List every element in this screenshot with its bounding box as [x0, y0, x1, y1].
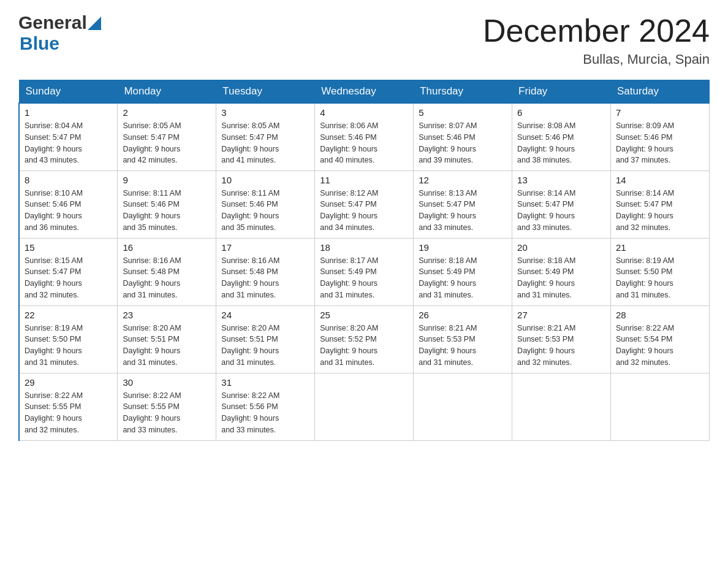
day-number: 16 [123, 242, 211, 253]
day-info: Sunrise: 8:16 AMSunset: 5:48 PMDaylight:… [221, 255, 309, 301]
day-info: Sunrise: 8:20 AMSunset: 5:51 PMDaylight:… [221, 323, 309, 369]
table-row [512, 373, 611, 440]
day-info: Sunrise: 8:09 AMSunset: 5:46 PMDaylight:… [616, 120, 704, 166]
table-row: 22 Sunrise: 8:19 AMSunset: 5:50 PMDaylig… [19, 305, 118, 373]
calendar-header-row: Sunday Monday Tuesday Wednesday Thursday… [19, 80, 710, 104]
day-number: 29 [25, 377, 112, 388]
day-number: 25 [320, 310, 408, 320]
day-number: 4 [320, 107, 408, 118]
logo: General Blue [18, 12, 102, 54]
day-info: Sunrise: 8:19 AMSunset: 5:50 PMDaylight:… [25, 323, 112, 369]
table-row: 27 Sunrise: 8:21 AMSunset: 5:53 PMDaylig… [512, 305, 611, 373]
day-info: Sunrise: 8:05 AMSunset: 5:47 PMDaylight:… [123, 120, 211, 166]
day-info: Sunrise: 8:22 AMSunset: 5:55 PMDaylight:… [123, 390, 211, 436]
day-number: 21 [616, 242, 704, 253]
location: Bullas, Murcia, Spain [483, 52, 710, 67]
table-row [315, 373, 414, 440]
table-row [414, 373, 512, 440]
col-sunday: Sunday [19, 80, 118, 104]
day-info: Sunrise: 8:11 AMSunset: 5:46 PMDaylight:… [123, 188, 211, 234]
day-number: 26 [419, 310, 507, 320]
logo-triangle-icon [88, 17, 101, 30]
day-info: Sunrise: 8:15 AMSunset: 5:47 PMDaylight:… [25, 255, 112, 301]
day-info: Sunrise: 8:05 AMSunset: 5:47 PMDaylight:… [221, 120, 309, 166]
table-row: 8 Sunrise: 8:10 AMSunset: 5:46 PMDayligh… [19, 170, 118, 238]
calendar-table: Sunday Monday Tuesday Wednesday Thursday… [18, 80, 710, 441]
day-info: Sunrise: 8:20 AMSunset: 5:52 PMDaylight:… [320, 323, 408, 369]
day-number: 3 [221, 107, 309, 118]
day-number: 9 [123, 175, 211, 185]
day-info: Sunrise: 8:21 AMSunset: 5:53 PMDaylight:… [517, 323, 605, 369]
table-row: 11 Sunrise: 8:12 AMSunset: 5:47 PMDaylig… [315, 170, 414, 238]
table-row: 30 Sunrise: 8:22 AMSunset: 5:55 PMDaylig… [118, 373, 216, 440]
page-header: General Blue December 2024 Bullas, Murci… [18, 12, 710, 67]
day-number: 20 [517, 242, 605, 253]
day-number: 15 [25, 242, 112, 253]
day-info: Sunrise: 8:21 AMSunset: 5:53 PMDaylight:… [419, 323, 507, 369]
table-row: 2 Sunrise: 8:05 AMSunset: 5:47 PMDayligh… [118, 103, 216, 170]
col-monday: Monday [118, 80, 216, 104]
day-info: Sunrise: 8:18 AMSunset: 5:49 PMDaylight:… [517, 255, 605, 301]
day-number: 12 [419, 175, 507, 185]
day-info: Sunrise: 8:11 AMSunset: 5:46 PMDaylight:… [221, 188, 309, 234]
table-row: 15 Sunrise: 8:15 AMSunset: 5:47 PMDaylig… [19, 238, 118, 305]
col-tuesday: Tuesday [216, 80, 315, 104]
month-title: December 2024 [483, 12, 710, 49]
day-info: Sunrise: 8:06 AMSunset: 5:46 PMDaylight:… [320, 120, 408, 166]
col-friday: Friday [512, 80, 611, 104]
table-row: 24 Sunrise: 8:20 AMSunset: 5:51 PMDaylig… [216, 305, 315, 373]
day-number: 17 [221, 242, 309, 253]
day-info: Sunrise: 8:08 AMSunset: 5:46 PMDaylight:… [517, 120, 605, 166]
svg-marker-0 [88, 17, 101, 30]
table-row: 26 Sunrise: 8:21 AMSunset: 5:53 PMDaylig… [414, 305, 512, 373]
table-row: 4 Sunrise: 8:06 AMSunset: 5:46 PMDayligh… [315, 103, 414, 170]
day-info: Sunrise: 8:14 AMSunset: 5:47 PMDaylight:… [517, 188, 605, 234]
day-info: Sunrise: 8:12 AMSunset: 5:47 PMDaylight:… [320, 188, 408, 234]
day-info: Sunrise: 8:17 AMSunset: 5:49 PMDaylight:… [320, 255, 408, 301]
day-number: 31 [221, 377, 309, 388]
table-row: 9 Sunrise: 8:11 AMSunset: 5:46 PMDayligh… [118, 170, 216, 238]
table-row: 31 Sunrise: 8:22 AMSunset: 5:56 PMDaylig… [216, 373, 315, 440]
table-row: 10 Sunrise: 8:11 AMSunset: 5:46 PMDaylig… [216, 170, 315, 238]
table-row: 6 Sunrise: 8:08 AMSunset: 5:46 PMDayligh… [512, 103, 611, 170]
day-info: Sunrise: 8:13 AMSunset: 5:47 PMDaylight:… [419, 188, 507, 234]
table-row: 12 Sunrise: 8:13 AMSunset: 5:47 PMDaylig… [414, 170, 512, 238]
table-row: 23 Sunrise: 8:20 AMSunset: 5:51 PMDaylig… [118, 305, 216, 373]
day-number: 7 [616, 107, 704, 118]
title-block: December 2024 Bullas, Murcia, Spain [483, 12, 710, 67]
day-number: 23 [123, 310, 211, 320]
table-row: 21 Sunrise: 8:19 AMSunset: 5:50 PMDaylig… [611, 238, 710, 305]
day-info: Sunrise: 8:22 AMSunset: 5:55 PMDaylight:… [25, 390, 112, 436]
day-number: 11 [320, 175, 408, 185]
logo-general-text: General [18, 12, 87, 33]
day-info: Sunrise: 8:10 AMSunset: 5:46 PMDaylight:… [25, 188, 112, 234]
calendar-week-row: 22 Sunrise: 8:19 AMSunset: 5:50 PMDaylig… [19, 305, 710, 373]
table-row: 17 Sunrise: 8:16 AMSunset: 5:48 PMDaylig… [216, 238, 315, 305]
day-number: 18 [320, 242, 408, 253]
day-info: Sunrise: 8:14 AMSunset: 5:47 PMDaylight:… [616, 188, 704, 234]
day-number: 5 [419, 107, 507, 118]
calendar-week-row: 8 Sunrise: 8:10 AMSunset: 5:46 PMDayligh… [19, 170, 710, 238]
day-info: Sunrise: 8:22 AMSunset: 5:54 PMDaylight:… [616, 323, 704, 369]
day-number: 27 [517, 310, 605, 320]
logo-blue-text: Blue [18, 33, 59, 54]
table-row: 25 Sunrise: 8:20 AMSunset: 5:52 PMDaylig… [315, 305, 414, 373]
day-number: 22 [25, 310, 112, 320]
calendar-week-row: 1 Sunrise: 8:04 AMSunset: 5:47 PMDayligh… [19, 103, 710, 170]
day-number: 8 [25, 175, 112, 185]
day-number: 10 [221, 175, 309, 185]
table-row: 29 Sunrise: 8:22 AMSunset: 5:55 PMDaylig… [19, 373, 118, 440]
day-info: Sunrise: 8:19 AMSunset: 5:50 PMDaylight:… [616, 255, 704, 301]
table-row: 16 Sunrise: 8:16 AMSunset: 5:48 PMDaylig… [118, 238, 216, 305]
day-number: 13 [517, 175, 605, 185]
day-info: Sunrise: 8:07 AMSunset: 5:46 PMDaylight:… [419, 120, 507, 166]
col-wednesday: Wednesday [315, 80, 414, 104]
calendar-week-row: 29 Sunrise: 8:22 AMSunset: 5:55 PMDaylig… [19, 373, 710, 440]
table-row: 3 Sunrise: 8:05 AMSunset: 5:47 PMDayligh… [216, 103, 315, 170]
day-info: Sunrise: 8:22 AMSunset: 5:56 PMDaylight:… [221, 390, 309, 436]
table-row: 7 Sunrise: 8:09 AMSunset: 5:46 PMDayligh… [611, 103, 710, 170]
table-row: 28 Sunrise: 8:22 AMSunset: 5:54 PMDaylig… [611, 305, 710, 373]
table-row: 19 Sunrise: 8:18 AMSunset: 5:49 PMDaylig… [414, 238, 512, 305]
table-row: 20 Sunrise: 8:18 AMSunset: 5:49 PMDaylig… [512, 238, 611, 305]
calendar-week-row: 15 Sunrise: 8:15 AMSunset: 5:47 PMDaylig… [19, 238, 710, 305]
